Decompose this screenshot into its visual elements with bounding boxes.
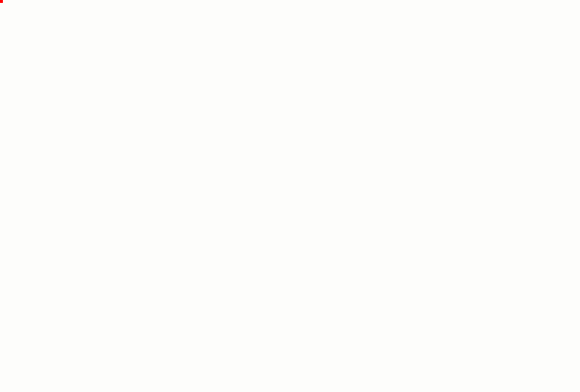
highlight-box (0, 0, 3, 3)
